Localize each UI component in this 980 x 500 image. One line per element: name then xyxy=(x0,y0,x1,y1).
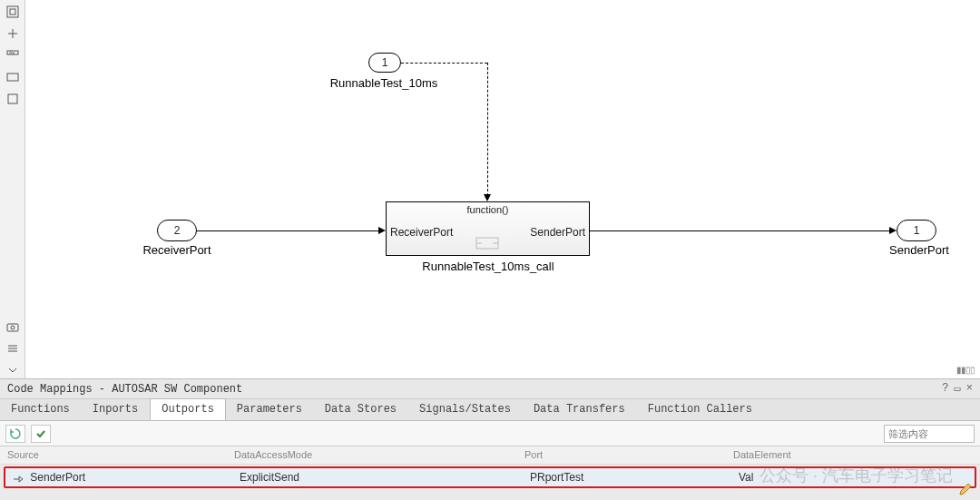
function-block-name: RunnableTest_10ms_call xyxy=(407,260,570,273)
filter-input[interactable] xyxy=(884,425,975,443)
outport-sender[interactable]: 1 xyxy=(897,220,936,241)
inport-trigger-number: 1 xyxy=(382,56,388,69)
box-icon[interactable] xyxy=(4,91,22,107)
help-icon[interactable]: ? xyxy=(942,382,948,396)
cell-port: PRportTest xyxy=(523,471,731,484)
overview-icon[interactable] xyxy=(4,25,22,42)
inport-trigger[interactable]: 1 xyxy=(368,53,401,73)
tab-data-stores[interactable]: Data Stores xyxy=(314,399,408,420)
tab-inports[interactable]: Inports xyxy=(82,399,150,420)
outport-sender-number: 1 xyxy=(914,224,920,237)
cell-data-element: Val xyxy=(731,471,975,484)
tab-function-callers[interactable]: Function Callers xyxy=(637,399,764,420)
col-data-access-mode[interactable]: DataAccessMode xyxy=(227,446,517,464)
inport-receiver-number: 2 xyxy=(174,224,181,237)
inport-receiver-label: ReceiverPort xyxy=(136,243,218,257)
close-icon[interactable]: × xyxy=(966,382,973,396)
annotations-icon[interactable]: Aa xyxy=(4,47,22,64)
list-icon[interactable] xyxy=(4,340,22,357)
action-bar xyxy=(0,421,980,446)
svg-rect-0 xyxy=(7,6,18,17)
signal-line-out xyxy=(590,230,889,231)
col-source[interactable]: Source xyxy=(0,446,227,464)
validate-button[interactable] xyxy=(31,425,51,443)
scroll-indicator-icon: ▮▮▯▯ xyxy=(956,365,975,375)
cell-source: SenderPort xyxy=(5,471,232,484)
layers-icon[interactable] xyxy=(4,69,22,85)
tab-signals-states[interactable]: Signals/States xyxy=(408,399,523,420)
cell-data-access-mode: ExplicitSend xyxy=(232,471,523,484)
app-root: Aa 1 RunnableTest_10ms 2 ReceiverPort xyxy=(0,0,980,500)
tab-data-transfers[interactable]: Data Transfers xyxy=(523,399,637,420)
tab-strip: Functions Inports Outports Parameters Da… xyxy=(0,399,980,421)
col-data-element[interactable]: DataElement xyxy=(726,446,980,464)
tab-functions[interactable]: Functions xyxy=(0,399,82,420)
fit-icon[interactable] xyxy=(4,4,22,20)
svg-rect-5 xyxy=(8,94,17,103)
arrowhead-right-icon xyxy=(378,227,386,234)
table-row[interactable]: SenderPort ExplicitSend PRportTest Val xyxy=(4,466,976,488)
arrowhead-right-icon xyxy=(889,227,897,234)
pencil-icon[interactable] xyxy=(958,482,973,496)
arrowhead-down-icon xyxy=(484,194,491,201)
svg-rect-6 xyxy=(7,324,18,331)
model-canvas[interactable]: 1 RunnableTest_10ms 2 ReceiverPort funct… xyxy=(25,0,980,378)
refresh-button[interactable] xyxy=(5,425,25,443)
block-port-right: SenderPort xyxy=(530,226,585,239)
svg-text:Aa: Aa xyxy=(9,50,15,55)
svg-point-7 xyxy=(11,326,15,329)
expand-icon[interactable] xyxy=(4,362,22,378)
subsystem-glyph-icon xyxy=(475,237,499,250)
check-icon xyxy=(34,427,47,440)
inport-trigger-label: RunnableTest_10ms xyxy=(320,76,447,90)
left-toolbar: Aa xyxy=(0,0,25,378)
refresh-icon xyxy=(9,427,22,440)
signal-dashed-h xyxy=(401,63,487,64)
tab-outports[interactable]: Outports xyxy=(150,398,226,420)
svg-rect-4 xyxy=(7,74,18,81)
model-canvas-area: Aa 1 RunnableTest_10ms 2 ReceiverPort xyxy=(0,0,980,379)
grid-header: Source DataAccessMode Port DataElement xyxy=(0,446,980,465)
col-port[interactable]: Port xyxy=(517,446,726,464)
outport-icon xyxy=(13,474,24,483)
function-call-subsystem[interactable]: function() ReceiverPort SenderPort xyxy=(386,201,590,256)
outport-sender-label: SenderPort xyxy=(878,243,960,257)
signal-line-in xyxy=(197,230,378,231)
minimize-icon[interactable]: ▭ xyxy=(955,382,961,396)
camera-icon[interactable] xyxy=(4,319,22,335)
function-header: function() xyxy=(387,202,589,215)
code-mappings-panel: Code Mappings - AUTOSAR SW Component ? ▭… xyxy=(0,379,980,500)
block-port-left: ReceiverPort xyxy=(390,226,453,239)
signal-dashed-v xyxy=(487,63,488,196)
svg-rect-1 xyxy=(10,9,15,15)
panel-title: Code Mappings - AUTOSAR SW Component xyxy=(7,383,242,396)
tab-parameters[interactable]: Parameters xyxy=(226,399,314,420)
panel-title-bar: Code Mappings - AUTOSAR SW Component ? ▭… xyxy=(0,379,980,399)
inport-receiver[interactable]: 2 xyxy=(157,220,197,241)
